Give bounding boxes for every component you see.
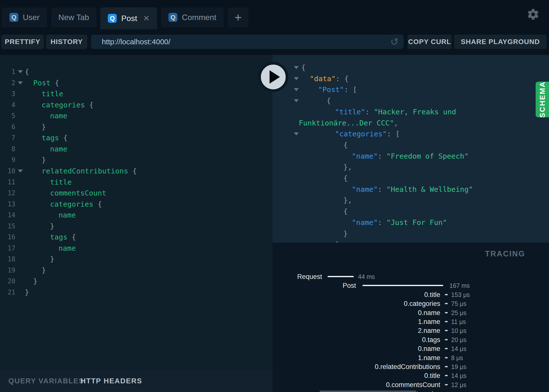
settings-gear-icon[interactable] xyxy=(527,8,540,21)
http-headers-tab[interactable]: HTTP HEADERS xyxy=(81,370,142,392)
response-line: "name": "Freedom of Speech" xyxy=(273,151,549,162)
tracing-duration: 14 μs xyxy=(451,344,467,353)
query-editor-line: 8name xyxy=(0,144,273,154)
query-editor-line: 5name xyxy=(0,110,273,121)
tracing-duration: 75 μs xyxy=(451,299,467,308)
response-line: { xyxy=(273,95,549,106)
tracing-row: 0.title153 μs xyxy=(273,290,549,299)
fold-arrow-icon[interactable] xyxy=(294,132,299,135)
tracing-row: 2.name10 μs xyxy=(273,326,549,335)
tab-new-tab[interactable]: New Tab xyxy=(51,7,97,27)
code-text: "data": { xyxy=(310,73,349,84)
horizontal-scrollbar[interactable] xyxy=(320,391,416,392)
schema-tab-button[interactable]: SCHEMA xyxy=(536,82,549,117)
tab-label: New Tab xyxy=(58,13,89,22)
line-number: 14 xyxy=(0,210,15,220)
tab-label: Comment xyxy=(182,13,216,22)
reload-schema-icon[interactable]: ↺ xyxy=(390,37,399,47)
tracing-tick xyxy=(445,384,448,385)
tracing-row: 0.tags20 μs xyxy=(273,335,549,344)
query-editor-line: 7tags { xyxy=(0,132,273,143)
response-line: "name": "Just For Fun" xyxy=(273,217,549,228)
tracing-row-label: 0.commentsCount xyxy=(386,380,440,389)
query-editor-line: 13categories { xyxy=(0,199,273,210)
tracing-row: 0.name25 μs xyxy=(273,308,549,317)
response-line: ] xyxy=(273,239,549,243)
code-text: } xyxy=(25,287,29,298)
tracing-tick xyxy=(445,312,448,313)
line-number: 6 xyxy=(0,122,15,132)
endpoint-url-value: http://localhost:4000/ xyxy=(102,38,390,46)
tracing-duration: 19 μs xyxy=(451,362,467,371)
fold-arrow-icon[interactable] xyxy=(18,70,23,73)
tracing-duration-bar xyxy=(328,276,354,277)
query-badge: Q xyxy=(168,13,177,22)
endpoint-url-input[interactable]: http://localhost:4000/ ↺ xyxy=(91,35,404,49)
bottom-bar: QUERY VARIABLES HTTP HEADERS xyxy=(0,370,273,392)
code-text: { xyxy=(343,173,348,184)
response-line: { xyxy=(273,62,549,73)
code-text: } xyxy=(343,228,348,239)
schema-tab-label: SCHEMA xyxy=(538,81,547,118)
line-number: 16 xyxy=(0,232,15,243)
tracing-tick xyxy=(445,348,448,349)
tracing-row: 0.name14 μs xyxy=(273,344,549,353)
fold-arrow-icon[interactable] xyxy=(18,81,23,84)
tracing-row-label: 0.title xyxy=(424,290,440,299)
line-number: 4 xyxy=(0,99,15,110)
tracing-row: 1.name8 μs xyxy=(273,353,549,362)
query-variables-tab[interactable]: QUERY VARIABLES xyxy=(8,370,84,392)
tab-user[interactable]: QUser xyxy=(2,7,47,27)
query-editor-line: 6} xyxy=(0,122,273,132)
close-tab-icon[interactable]: ✕ xyxy=(143,14,150,22)
code-text: name xyxy=(58,210,76,220)
line-number: 2 xyxy=(0,77,15,88)
fold-arrow-icon[interactable] xyxy=(294,66,299,69)
response-line: "Post": [ xyxy=(273,84,549,95)
tracing-duration: 12 μs xyxy=(451,380,467,389)
response-line: }, xyxy=(273,195,549,206)
code-text: ] xyxy=(335,239,339,243)
fold-arrow-icon[interactable] xyxy=(294,99,299,102)
tracing-duration: 25 μs xyxy=(451,308,467,317)
add-tab-button[interactable]: + xyxy=(228,7,248,27)
code-text: categories { xyxy=(42,99,94,110)
copy-curl-button[interactable]: COPY CURL xyxy=(408,35,452,49)
query-editor-line: 16tags { xyxy=(0,232,273,243)
query-editor-line: 15} xyxy=(0,221,273,232)
history-button[interactable]: HISTORY xyxy=(46,35,87,49)
tracing-duration: 10 μs xyxy=(451,326,467,335)
execute-query-button[interactable] xyxy=(258,62,288,92)
line-number: 7 xyxy=(0,132,15,143)
code-text: tags { xyxy=(50,232,76,243)
share-playground-button[interactable]: SHARE PLAYGROUND xyxy=(454,35,547,49)
code-text: { xyxy=(343,206,348,217)
tab-post[interactable]: QPost✕ xyxy=(100,7,157,29)
fold-arrow-icon[interactable] xyxy=(294,77,299,80)
query-editor-line: 9} xyxy=(0,154,273,165)
query-editor-line: 12commentsCount xyxy=(0,188,273,198)
code-text: } xyxy=(42,265,46,276)
gear-icon xyxy=(527,8,540,21)
line-number: 9 xyxy=(0,154,15,165)
tracing-row: 0.relatedContributions19 μs xyxy=(273,362,549,371)
line-number: 11 xyxy=(0,177,15,188)
fold-arrow-icon[interactable] xyxy=(294,88,299,91)
tracing-duration: 8 μs xyxy=(451,353,463,362)
tracing-title: TRACING xyxy=(485,249,525,258)
response-line: Funktionäre...Der CCC", xyxy=(273,118,549,128)
fold-arrow-icon[interactable] xyxy=(18,170,23,172)
line-number: 3 xyxy=(0,88,15,99)
tab-comment[interactable]: QComment xyxy=(161,7,224,27)
code-text: categories { xyxy=(50,199,102,210)
tracing-duration: 153 μs xyxy=(451,290,470,299)
tracing-row-label: 0.name xyxy=(418,344,440,353)
prettify-button[interactable]: PRETTIFY xyxy=(1,35,44,49)
query-editor[interactable]: 1{2Post {3title4categories {5name6}7tags… xyxy=(0,55,273,370)
tracing-tick xyxy=(445,366,448,367)
line-number: 5 xyxy=(0,110,15,121)
code-text: { xyxy=(301,62,305,73)
line-number: 19 xyxy=(0,265,15,276)
tracing-row: 1.name11 μs xyxy=(273,317,549,326)
tracing-row-label: 1.name xyxy=(418,353,440,362)
